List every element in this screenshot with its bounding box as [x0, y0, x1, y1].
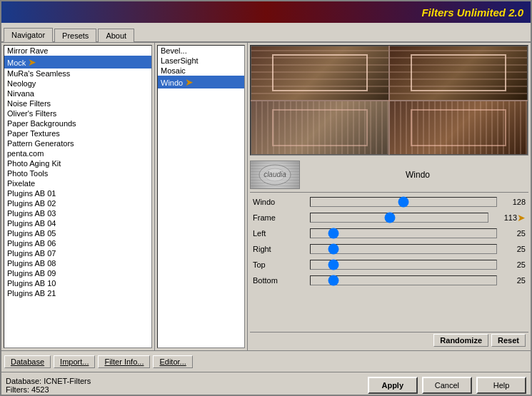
tab-presets[interactable]: Presets	[54, 29, 96, 42]
separator	[250, 192, 528, 193]
param-row: Frame113➤	[250, 210, 528, 225]
param-row: Left25	[250, 225, 528, 241]
filter-list-item[interactable]: Mirror Rave	[4, 46, 151, 56]
param-slider[interactable]	[310, 260, 497, 270]
filter-list-item[interactable]: Mock ➤	[4, 56, 151, 68]
param-slider[interactable]	[310, 244, 497, 254]
filter-list-item[interactable]: Plugins AB 09	[4, 268, 151, 278]
apply-button[interactable]: Apply	[368, 377, 418, 394]
filters-label: Filters:	[6, 385, 29, 394]
filter-list-item[interactable]: Neology	[4, 78, 151, 88]
help-button[interactable]: Help	[476, 377, 526, 394]
filter-list-item[interactable]: Pattern Generators	[4, 138, 151, 148]
sub-list-item[interactable]: Bevel...	[158, 46, 244, 56]
param-value: 128	[497, 198, 526, 206]
filter-list-item[interactable]: Plugins AB 10	[4, 278, 151, 288]
param-slider[interactable]	[310, 197, 497, 207]
tab-about[interactable]: About	[98, 29, 134, 42]
param-slider[interactable]	[310, 213, 488, 223]
logo-image: claudia	[250, 161, 300, 189]
status-bar: Database: ICNET-Filters Filters: 4523 Ap…	[1, 372, 531, 396]
randomize-button[interactable]: Randomize	[433, 334, 488, 347]
params-area: Windo128Frame113➤Left25Right25Top25Botto…	[250, 194, 528, 332]
filter-list-item[interactable]: Paper Textures	[4, 128, 151, 138]
filter-list-item[interactable]: MuRa's Seamless	[4, 68, 151, 78]
db-value: ICNET-Filters	[44, 377, 91, 385]
filter-list-item[interactable]: Plugins AB 01	[4, 188, 151, 198]
filter-info-button[interactable]: Filter Info...	[98, 355, 150, 368]
preview-area	[250, 45, 528, 156]
right-panel: claudia Windo Windo128Frame113➤Left25Rig…	[248, 43, 531, 350]
filter-list-item[interactable]: Plugins AB 06	[4, 238, 151, 248]
filter-list-item[interactable]: Nirvana	[4, 88, 151, 98]
tab-navigator[interactable]: Navigator	[4, 28, 53, 42]
filter-list-item[interactable]: Plugins AB 03	[4, 208, 151, 218]
preview-cell-tr	[389, 46, 528, 101]
param-row: Windo128	[250, 194, 528, 210]
param-label: Bottom	[253, 276, 310, 285]
filters-value: 4523	[31, 385, 49, 394]
param-slider[interactable]	[310, 275, 497, 285]
filter-list-item[interactable]: Pixelate	[4, 178, 151, 188]
filter-list-item[interactable]: Photo Tools	[4, 168, 151, 178]
preview-cell-tl	[251, 46, 389, 101]
filter-name-display: Windo	[300, 170, 528, 180]
param-label: Left	[253, 229, 310, 238]
preview-cell-bl	[251, 101, 389, 156]
filter-list-item[interactable]: Plugins AB 05	[4, 228, 151, 238]
param-value: 25	[497, 260, 526, 269]
filter-list-item[interactable]: penta.com	[4, 148, 151, 158]
app-title: Filters Unlimited 2.0	[421, 6, 523, 19]
param-row: Top25	[250, 257, 528, 273]
filter-list-item[interactable]: Photo Aging Kit	[4, 158, 151, 168]
cancel-button[interactable]: Cancel	[422, 377, 472, 394]
filters-status: Filters: 4523	[6, 385, 91, 394]
db-label: Database:	[6, 377, 41, 385]
reset-button[interactable]: Reset	[491, 334, 526, 347]
param-value: 25	[497, 229, 526, 238]
param-row: Bottom25	[250, 273, 528, 288]
param-label: Windo	[253, 198, 310, 206]
preview-cell-br	[389, 101, 528, 156]
import-button[interactable]: Import...	[54, 355, 95, 368]
param-value: 113	[488, 213, 517, 222]
filter-list-item[interactable]: Plugins AB 04	[4, 218, 151, 228]
filter-list-item[interactable]: Plugins AB 02	[4, 198, 151, 208]
filter-list-item[interactable]: Plugins AB 07	[4, 248, 151, 258]
db-status: Database: ICNET-Filters	[6, 377, 91, 385]
right-toolbar: Randomize Reset	[250, 332, 528, 348]
sub-list-item[interactable]: LaserSight	[158, 56, 244, 66]
status-info: Database: ICNET-Filters Filters: 4523	[6, 377, 91, 394]
logo-text: claudia	[264, 171, 286, 178]
sub-list[interactable]: Bevel...LaserSightMosaicWindo ➤	[157, 45, 245, 348]
database-button[interactable]: Database	[4, 355, 51, 368]
param-label: Top	[253, 260, 310, 269]
filter-list-item[interactable]: Paper Backgrounds	[4, 118, 151, 128]
filter-list-item[interactable]: Plugins AB 08	[4, 258, 151, 268]
middle-panel: Bevel...LaserSightMosaicWindo ➤	[155, 43, 248, 350]
param-label: Right	[253, 245, 310, 253]
sub-list-item[interactable]: Windo ➤	[158, 76, 244, 88]
action-buttons: Apply Cancel Help	[368, 377, 526, 394]
editor-button[interactable]: Editor...	[153, 355, 192, 368]
logo-area: claudia Windo	[250, 158, 528, 191]
param-value: 25	[497, 245, 526, 253]
tab-bar: Navigator Presets About	[1, 23, 531, 43]
main-content: Mirror RaveMock ➤MuRa's SeamlessNeologyN…	[1, 43, 531, 350]
sub-list-item[interactable]: Mosaic	[158, 66, 244, 76]
title-bar: Filters Unlimited 2.0	[1, 1, 531, 23]
param-value: 25	[497, 276, 526, 285]
param-label: Frame	[253, 213, 310, 222]
param-row: Right25	[250, 241, 528, 257]
bottom-toolbar: Database Import... Filter Info... Editor…	[1, 350, 531, 372]
left-panel: Mirror RaveMock ➤MuRa's SeamlessNeologyN…	[1, 43, 155, 350]
filter-list-item[interactable]: Noise Filters	[4, 98, 151, 108]
filter-list[interactable]: Mirror RaveMock ➤MuRa's SeamlessNeologyN…	[4, 45, 152, 348]
filter-list-item[interactable]: Oliver's Filters	[4, 108, 151, 118]
filter-list-item[interactable]: Plugins AB 21	[4, 288, 151, 298]
param-slider[interactable]	[310, 228, 497, 238]
